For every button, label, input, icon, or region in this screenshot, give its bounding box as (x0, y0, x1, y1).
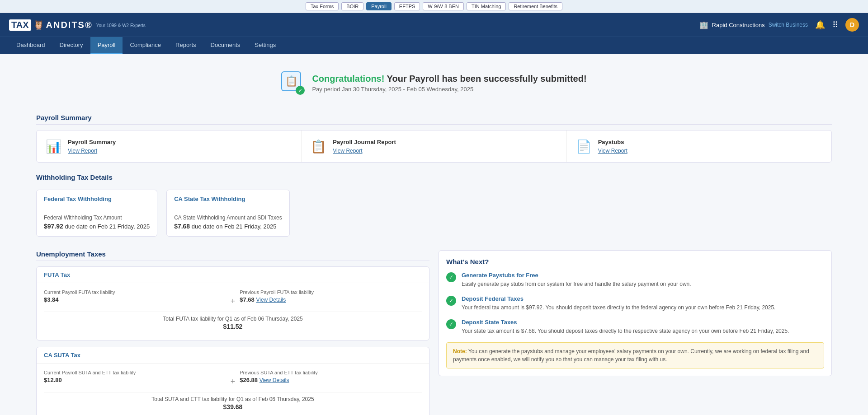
promo-boir[interactable]: BOIR (341, 2, 363, 10)
note-label: Note: (453, 348, 467, 354)
nav-directory[interactable]: Directory (52, 37, 90, 54)
state-header: CA State Tax Withholding (167, 190, 289, 208)
unemployment-col: Unemployment Taxes FUTA Tax Current Payr… (36, 250, 429, 415)
futa-previous: Previous Payroll FUTA tax liability $7.6… (240, 289, 422, 303)
next-body-state: Your state tax amount is $7.68. You shou… (462, 327, 789, 335)
federal-body: Federal Withholding Tax Amount $97.92 du… (37, 208, 157, 236)
logo-andits: ANDITS® (46, 20, 93, 30)
withholding-cols: Federal Tax Withholding Federal Withhold… (36, 190, 832, 246)
next-item-paystubs: ✓ Generate Paystubs for Free Easily gene… (446, 272, 824, 288)
switch-business-link[interactable]: Switch Business (769, 22, 808, 28)
view-report-paystubs[interactable]: View Report (598, 148, 627, 154)
logo-tax: TAX (9, 19, 31, 31)
nav-compliance[interactable]: Compliance (123, 37, 168, 54)
logo: TAX 🦉 ANDITS® (9, 19, 93, 31)
card-text-paystubs: Paystubs View Report (598, 139, 627, 154)
futa-view-details[interactable]: View Details (256, 297, 286, 303)
whats-next-box: What's Next? ✓ Generate Paystubs for Fre… (439, 250, 832, 376)
promo-tax-forms[interactable]: Tax Forms (306, 2, 339, 10)
futa-current: Current Payroll FUTA tax liability $3.84 (44, 289, 226, 303)
check-icon-paystubs: ✓ (446, 272, 456, 282)
note-text: You can generate the paystubs and manage… (453, 348, 809, 363)
promo-eftps[interactable]: EFTPS (394, 2, 420, 10)
futa-row: Current Payroll FUTA tax liability $3.84… (44, 289, 422, 306)
federal-label: Federal Withholding Tax Amount (44, 214, 150, 221)
futa-current-label: Current Payroll FUTA tax liability (44, 289, 226, 295)
logo-area: TAX 🦉 ANDITS® Your 1099 & W2 Experts (9, 19, 146, 31)
futa-box: FUTA Tax Current Payroll FUTA tax liabil… (36, 266, 429, 340)
card-journal-report: 📋 Payroll Journal Report View Report (302, 131, 566, 162)
state-amount: $7.68 due date on Feb 21 Friday, 2025 (174, 223, 282, 230)
suta-view-details[interactable]: View Details (259, 377, 289, 383)
card-text-summary: Payroll Summary View Report (68, 139, 116, 154)
state-withholding-box: CA State Tax Withholding CA State Withho… (166, 190, 290, 237)
suta-previous-amount: $26.88 (240, 377, 258, 383)
state-amount-value: $7.68 (174, 223, 190, 230)
next-body-federal: Your federal tax amount is $97.92. You s… (462, 303, 775, 312)
federal-amount: $97.92 due date on Feb 21 Friday, 2025 (44, 223, 150, 230)
promo-tin[interactable]: TIN Matching (467, 2, 506, 10)
futa-previous-label: Previous Payroll FUTA tax liability (240, 289, 422, 295)
check-icon-state: ✓ (446, 319, 456, 329)
next-content-paystubs: Generate Paystubs for Free Easily genera… (462, 272, 691, 288)
suta-total-amount: $39.68 (47, 403, 418, 410)
journal-icon: 📋 (311, 139, 326, 154)
header: TAX 🦉 ANDITS® Your 1099 & W2 Experts 🏢 R… (0, 13, 868, 37)
state-label: CA State Withholding Amount and SDI Taxe… (174, 214, 282, 221)
nav-documents[interactable]: Documents (203, 37, 248, 54)
nav-settings[interactable]: Settings (247, 37, 283, 54)
plus-icon-futa: + (231, 289, 236, 306)
federal-amount-value: $97.92 (44, 223, 63, 230)
nav-dashboard[interactable]: Dashboard (9, 37, 52, 54)
view-report-journal[interactable]: View Report (333, 148, 362, 154)
nav-reports[interactable]: Reports (168, 37, 203, 54)
next-content-state: Deposit State Taxes Your state tax amoun… (462, 319, 789, 335)
next-body-paystubs: Easily generate pay stubs from our syste… (462, 280, 691, 288)
success-icon-wrap: 📋 ✓ (281, 71, 305, 95)
view-report-summary[interactable]: View Report (68, 148, 97, 154)
grid-icon[interactable]: ⠿ (832, 20, 838, 30)
notification-icon[interactable]: 🔔 (815, 20, 825, 30)
promo-w9[interactable]: W-9/W-8 BEN (423, 2, 464, 10)
promo-payroll[interactable]: Payroll (366, 2, 392, 10)
promo-retirement[interactable]: Retirement Benefits (509, 2, 562, 10)
whats-next-title: What's Next? (446, 258, 824, 266)
card-paystubs: 📄 Paystubs View Report (567, 131, 831, 162)
success-banner: 📋 ✓ Congratulations! Your Payroll has be… (36, 63, 832, 103)
avatar[interactable]: D (845, 18, 859, 32)
suta-previous-label: Previous SUTA and ETT tax liability (240, 370, 422, 375)
summary-cards: 📊 Payroll Summary View Report 📋 Payroll … (36, 130, 832, 163)
success-heading: Congratulations! Your Payroll has been s… (312, 74, 586, 84)
suta-row: Current Payroll SUTA and ETT tax liabili… (44, 370, 422, 387)
promo-bar: Tax Forms BOIR Payroll EFTPS W-9/W-8 BEN… (0, 0, 868, 13)
next-heading-state: Deposit State Taxes (462, 319, 789, 326)
next-heading-paystubs: Generate Paystubs for Free (462, 272, 691, 279)
federal-withholding-box: Federal Tax Withholding Federal Withhold… (36, 190, 157, 237)
unemployment-title: Unemployment Taxes (36, 250, 429, 261)
building-icon: 🏢 (699, 21, 708, 29)
futa-body: Current Payroll FUTA tax liability $3.84… (37, 283, 429, 340)
futa-total-row: Total FUTA tax liability for Q1 as of Fe… (44, 312, 422, 334)
suta-current-label: Current Payroll SUTA and ETT tax liabili… (44, 370, 226, 375)
next-heading-federal: Deposit Federal Taxes (462, 295, 775, 302)
chart-icon: 📊 (46, 139, 61, 154)
federal-header: Federal Tax Withholding (37, 190, 157, 208)
paystubs-icon: 📄 (576, 139, 592, 154)
business-name: Rapid Constructions (712, 22, 765, 28)
futa-total-amount: $11.52 (47, 323, 418, 330)
note-box: Note: You can generate the paystubs and … (446, 342, 824, 368)
payroll-summary-title: Payroll Summary (36, 114, 832, 125)
whats-next-col: What's Next? ✓ Generate Paystubs for Fre… (439, 250, 832, 415)
nav: Dashboard Directory Payroll Compliance R… (0, 37, 868, 54)
logo-subtitle: Your 1099 & W2 Experts (96, 23, 146, 28)
suta-body: Current Payroll SUTA and ETT tax liabili… (37, 364, 429, 415)
nav-payroll[interactable]: Payroll (90, 37, 123, 54)
next-item-state: ✓ Deposit State Taxes Your state tax amo… (446, 319, 824, 335)
state-body: CA State Withholding Amount and SDI Taxe… (167, 208, 289, 236)
congrats-text: Congratulations! (312, 74, 384, 84)
bottom-cols: Unemployment Taxes FUTA Tax Current Payr… (36, 250, 832, 415)
futa-header: FUTA Tax (37, 267, 429, 283)
plus-icon-suta: + (231, 370, 236, 387)
main-content: 📋 ✓ Congratulations! Your Payroll has be… (0, 54, 868, 415)
next-item-federal: ✓ Deposit Federal Taxes Your federal tax… (446, 295, 824, 312)
